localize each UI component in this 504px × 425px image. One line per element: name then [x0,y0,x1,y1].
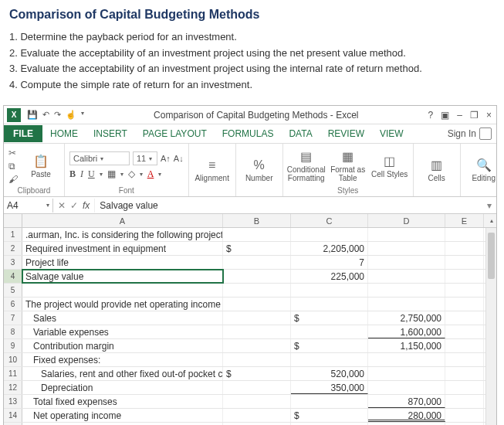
col-header-e[interactable]: E [445,214,484,227]
scroll-up-icon[interactable]: ▴ [486,217,496,224]
font-name-select[interactable]: Calibri▾ [69,151,130,165]
row-header[interactable]: 5 [4,284,22,297]
tab-home[interactable]: HOME [42,125,86,142]
copy-icon[interactable]: ⧉ [8,161,18,172]
vertical-scrollbar[interactable]: ▴ [485,228,496,425]
ribbon-options-icon[interactable]: ▣ [441,110,449,121]
expand-formula-icon[interactable]: ▾ [482,200,496,211]
font-size-select[interactable]: 11▾ [133,151,157,165]
cell-D3[interactable] [368,256,445,269]
row-header[interactable]: 12 [4,381,22,394]
cell-D12[interactable] [368,381,445,394]
help-icon[interactable]: ? [428,110,434,121]
cell-C5[interactable] [291,284,368,297]
fx-icon[interactable]: fx [83,200,90,211]
tab-data[interactable]: DATA [281,125,320,142]
chevron-down-icon[interactable]: ▾ [120,171,123,178]
spreadsheet-grid[interactable]: A B C D E 1.aurman, Inc. is considering … [4,214,496,425]
cut-icon[interactable]: ✂ [8,148,18,158]
cell-A3[interactable]: Project life [22,256,223,269]
cell-A8[interactable]: Variable expenses [22,325,223,338]
row-header[interactable]: 10 [4,353,22,366]
cell-E11[interactable] [445,367,484,380]
cell-E1[interactable] [445,228,484,241]
cell-C2[interactable]: 2,205,000 [291,242,368,255]
col-header-d[interactable]: D [368,214,445,227]
cell-D14[interactable]: 280,000 [368,409,445,422]
cell-B2[interactable]: $ [223,242,291,255]
cell-E5[interactable] [445,284,484,297]
alignment-button[interactable]: ≡Alignment [194,151,231,189]
cell-E3[interactable] [445,256,484,269]
cell-C13[interactable] [291,395,368,408]
cell-D10[interactable] [368,353,445,366]
row-header[interactable]: 13 [4,395,22,408]
name-box[interactable]: A4 ▾ [4,199,53,212]
cell-B7[interactable] [223,311,291,325]
cell-B14[interactable] [223,409,291,422]
col-header-c[interactable]: C [291,214,368,227]
tab-view[interactable]: VIEW [372,125,411,142]
fill-color-icon[interactable]: ◇ [128,168,135,180]
cell-C12[interactable]: 350,000 [291,381,368,394]
cell-A7[interactable]: Sales [22,311,223,325]
row-header[interactable]: 11 [4,367,22,380]
sign-in[interactable]: Sign In [448,128,496,140]
cell-B12[interactable] [223,381,291,394]
cell-D6[interactable] [368,298,445,311]
cell-B4[interactable] [223,270,291,283]
chevron-down-icon[interactable]: ▾ [100,171,103,178]
cell-D4[interactable] [368,270,445,283]
row-header[interactable]: 6 [4,298,22,311]
tab-page-layout[interactable]: PAGE LAYOUT [135,125,215,142]
cell-B1[interactable] [223,228,291,241]
enter-formula-icon[interactable]: ✓ [70,200,78,211]
formula-input[interactable]: Salvage value [94,199,482,212]
cell-D2[interactable] [368,242,445,255]
cell-C3[interactable]: 7 [291,256,368,269]
minimize-icon[interactable]: – [457,110,462,121]
row-header[interactable]: 14 [4,409,22,422]
cell-E7[interactable] [445,311,484,325]
cell-E6[interactable] [445,298,484,311]
cell-E13[interactable] [445,395,484,408]
format-painter-icon[interactable]: 🖌 [8,174,18,185]
cell-C14[interactable]: $ [291,409,368,422]
font-color-icon[interactable]: A [147,168,154,180]
cell-B13[interactable] [223,395,291,408]
italic-button[interactable]: I [80,168,83,180]
cell-B6[interactable] [223,298,291,311]
conditional-formatting-button[interactable]: ▤Conditional Formatting [288,148,325,185]
cell-D8[interactable]: 1,600,000 [368,325,445,338]
cell-A9[interactable]: Contribution margin [22,339,223,352]
underline-button[interactable]: U [88,168,95,180]
cell-D5[interactable] [368,284,445,297]
qat-touch-icon[interactable]: ☝ [66,110,76,120]
tab-insert[interactable]: INSERT [86,125,135,142]
cell-B3[interactable] [223,256,291,269]
cell-A4[interactable]: Salvage value [22,270,223,283]
row-header[interactable]: 8 [4,325,22,338]
row-header[interactable]: 1 [4,228,22,241]
qat-save-icon[interactable]: 💾 [27,110,38,120]
cell-C7[interactable]: $ [291,311,368,325]
increase-font-icon[interactable]: A↑ [161,154,171,163]
cell-A14[interactable]: Net operating income [22,409,223,422]
cell-B11[interactable]: $ [223,367,291,380]
row-header[interactable]: 2 [4,242,22,255]
cancel-formula-icon[interactable]: ✕ [58,200,66,211]
cell-A10[interactable]: Fixed expenses: [22,353,223,366]
cell-C11[interactable]: 520,000 [291,367,368,380]
format-as-table-button[interactable]: ▦Format as Table [330,148,367,185]
cell-A6[interactable]: The project would provide net operating … [22,298,223,311]
cell-E8[interactable] [445,325,484,338]
scrollbar-thumb[interactable] [488,233,495,279]
cell-C8[interactable] [291,325,368,338]
row-header[interactable]: 4 [4,270,22,283]
chevron-down-icon[interactable]: ▾ [158,171,161,178]
cell-E14[interactable] [445,409,484,422]
cell-C1[interactable] [291,228,368,241]
cell-D13[interactable]: 870,000 [368,395,445,408]
close-icon[interactable]: × [486,110,492,121]
paste-button[interactable]: 📋 Paste [22,148,59,185]
